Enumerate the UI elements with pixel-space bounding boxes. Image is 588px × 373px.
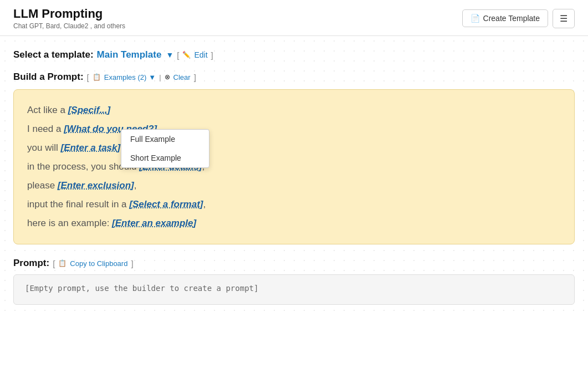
line3-placeholder[interactable]: [Enter a task] <box>60 142 120 153</box>
prompt-line-5: please [Enter exclusion], <box>27 176 561 195</box>
prompt-line-3: you will [Enter a task], <box>27 139 561 157</box>
line2-prefix: I need a <box>27 124 64 134</box>
empty-prompt-text: [Empty prompt, use the builder to create… <box>25 284 258 293</box>
clear-icon: ⊗ <box>165 73 170 81</box>
examples-dropdown-menu: Full Example Short Example <box>121 129 209 168</box>
line7-placeholder[interactable]: [Enter an example] <box>112 218 196 228</box>
copy-to-clipboard-button[interactable]: Copy to Clipboard <box>70 259 127 268</box>
content-wrapper: Select a template: Main Template ▼ [ ✏️ … <box>13 49 575 305</box>
prompt-line-2: I need a [What do you need?], <box>27 120 561 139</box>
edit-link[interactable]: Edit <box>194 50 207 59</box>
examples-label: Examples (2) <box>104 73 147 81</box>
select-template-label: Select a template: <box>13 49 94 60</box>
prompt-line-7: here is an example: [Enter an example] <box>27 214 561 233</box>
bracket-open-3: [ <box>53 259 55 268</box>
line1-prefix: Act like a <box>27 105 68 115</box>
bracket-close-2: ] <box>194 73 196 82</box>
line1-placeholder[interactable]: [Specif...] <box>68 105 111 115</box>
create-template-label: Create Template <box>483 14 540 23</box>
line5-placeholder[interactable]: [Enter exclusion] <box>58 180 134 191</box>
build-prompt-row: Build a Prompt: [ 📋 Examples (2) ▼ | ⊗ C… <box>13 71 575 83</box>
menu-icon: ☰ <box>560 14 567 23</box>
prompt-section-row: Prompt: [ 📋 Copy to Clipboard ] <box>13 258 575 269</box>
template-file-icon: 📄 <box>471 14 480 23</box>
build-prompt-label: Build a Prompt: <box>13 71 84 83</box>
create-template-button[interactable]: 📄 Create Template <box>462 9 548 27</box>
bracket-open-2: [ <box>87 73 89 82</box>
examples-arrow: ▼ <box>149 73 156 81</box>
app-title: LLM Prompting <box>13 7 125 21</box>
select-template-row: Select a template: Main Template ▼ [ ✏️ … <box>13 49 575 60</box>
line7-prefix: here is an example: <box>27 218 112 228</box>
template-name: Main Template <box>97 49 162 60</box>
template-dropdown-arrow[interactable]: ▼ <box>166 50 173 59</box>
prompt-builder-box: Act like a [Specif...] I need a [What do… <box>13 89 575 244</box>
dropdown-item-short-example[interactable]: Short Example <box>121 149 209 167</box>
copy-icon: 📋 <box>58 259 67 267</box>
prompt-output-box: [Empty prompt, use the builder to create… <box>13 274 575 305</box>
copy-label: Copy to Clipboard <box>70 259 127 268</box>
line3-prefix: you will <box>27 142 60 153</box>
bracket-close-3: ] <box>131 259 133 268</box>
examples-doc-icon: 📋 <box>93 73 101 81</box>
prompt-line-1: Act like a [Specif...] <box>27 101 561 120</box>
dropdown-item-full-example[interactable]: Full Example <box>121 130 209 149</box>
line6-prefix: input the final result in a <box>27 199 129 210</box>
prompt-line-6: input the final result in a [Select a fo… <box>27 195 561 214</box>
line5-suffix: , <box>134 180 137 191</box>
bracket-open-1: [ <box>177 50 179 60</box>
header-right: 📄 Create Template ☰ <box>462 9 575 28</box>
main-content: Select a template: Main Template ▼ [ ✏️ … <box>0 36 588 318</box>
app-subtitle: Chat GPT, Bard, Claude2 , and others <box>13 22 125 30</box>
line6-suffix: , <box>203 199 206 210</box>
line6-placeholder[interactable]: [Select a format] <box>129 199 203 210</box>
header-left: LLM Prompting Chat GPT, Bard, Claude2 , … <box>13 7 125 30</box>
pencil-icon: ✏️ <box>182 51 191 59</box>
separator: | <box>159 73 161 81</box>
menu-button[interactable]: ☰ <box>553 9 575 28</box>
bracket-close-1: ] <box>211 50 213 60</box>
prompt-line-4: in the process, you should [Enter detail… <box>27 157 561 176</box>
prompt-label: Prompt: <box>13 258 49 269</box>
clear-button[interactable]: Clear <box>173 73 191 81</box>
clear-label: Clear <box>173 73 191 81</box>
header: LLM Prompting Chat GPT, Bard, Claude2 , … <box>0 0 588 36</box>
line5-prefix: please <box>27 180 58 191</box>
examples-button[interactable]: Examples (2) ▼ <box>104 73 156 81</box>
